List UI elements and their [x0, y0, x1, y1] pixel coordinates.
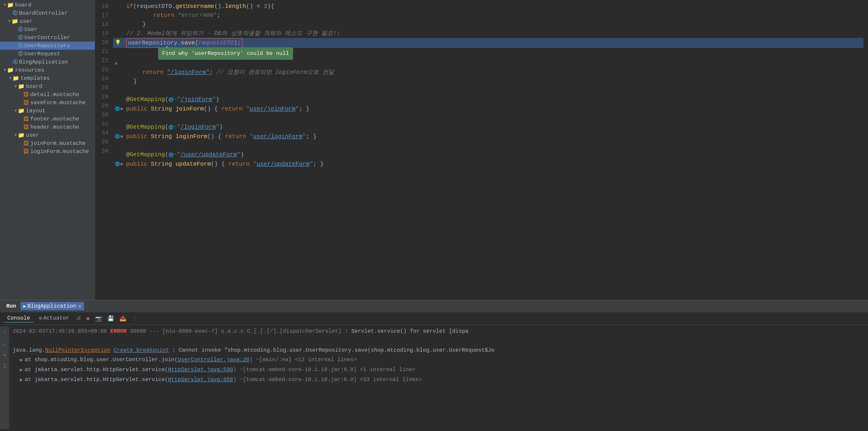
sidebar-item-label: detail.mustache	[30, 92, 79, 98]
chevron-icon: ▼	[14, 133, 17, 137]
null-pointer-exception: NullPointerException	[45, 346, 110, 355]
run-tab[interactable]: Run	[4, 302, 19, 310]
save-button[interactable]: 💾	[105, 314, 116, 322]
code-text: @GetMapping(🌐~"/loginForm")	[126, 123, 223, 132]
sidebar-item-header-mustache[interactable]: 🖼 header.mustache	[0, 123, 95, 131]
sidebar-item-layout[interactable]: ▼ 📁 layout	[0, 107, 95, 115]
app-icon: Ⓐ	[13, 59, 18, 65]
file-icon: 🖼	[24, 148, 29, 155]
bulb-icon[interactable]: 💡	[115, 38, 121, 48]
expand-stack-1[interactable]: ▶	[20, 356, 23, 365]
code-text-boxed: userRepository.save(requestDTO);	[126, 38, 243, 48]
log-line-stack2: ▶ at jakarta.servlet.http.HttpServlet.se…	[9, 365, 868, 375]
close-tab-button[interactable]: ✕	[78, 303, 81, 309]
log-message: : Servlet.service() for servlet [dispa	[345, 327, 468, 336]
sidebar-item-board-sub[interactable]: ▼ 📁 board	[0, 82, 95, 90]
expand-stack-3[interactable]: ▶	[20, 375, 23, 384]
code-text: return "/loginForm"; // 요청이 완료되면 loginFo…	[143, 68, 334, 77]
log-line-stack1: ▶ at shop.mtcoding.blog.user.UserControl…	[9, 355, 868, 365]
file-tree: ▼ 📁 board Ⓒ BoardController ▼ 📁 user Ⓒ U…	[0, 0, 95, 300]
sidebar-item-label: BoardController	[19, 10, 68, 16]
scroll-up-icon[interactable]: ↑	[3, 329, 6, 337]
code-text: public String updateForm() { return "use…	[126, 160, 324, 168]
expand-arrow-icon-2[interactable]: ▶	[121, 132, 123, 141]
stop-button[interactable]: ■	[85, 314, 92, 322]
log-logger: o.a.c.c.C.[.[.[/].[dispatcherServlet]	[221, 327, 342, 336]
stack-link-2[interactable]: HttpServlet.java:590	[168, 366, 233, 374]
class-icon: Ⓒ	[13, 10, 18, 17]
sidebar-item-label: UserRequest	[24, 51, 60, 57]
code-text: public String loginForm() { return "user…	[126, 132, 317, 141]
sidebar-item-user-sub[interactable]: ▼ 📁 user	[0, 131, 95, 139]
code-line-16: if(requestDTO.getUsername().length() < 3…	[113, 2, 864, 11]
chevron-icon: ▼	[8, 19, 11, 24]
sidebar-item-label: user	[20, 18, 33, 24]
sidebar-item-label: board	[15, 2, 31, 8]
refresh-button[interactable]: ↺	[74, 314, 83, 322]
app-tab-label: BlogApplication	[27, 303, 76, 309]
scroll-down-icon[interactable]: ↓	[3, 340, 6, 348]
stack-text-1: at shop.mtcoding.blog.user.UserControlle…	[25, 356, 178, 364]
create-breakpoint-link[interactable]: Create breakpoint	[114, 346, 169, 355]
code-text: return "error/400";	[153, 11, 220, 20]
sidebar-item-label: footer.mustache	[30, 116, 79, 122]
log-line-stack3: ▶ at jakarta.servlet.http.HttpServlet.se…	[9, 375, 868, 385]
code-line-19: // 2. Model에게 위임하기 - DB와 상호작용할 객체와 메소드 구…	[113, 29, 864, 38]
log-level: ERROR	[110, 327, 127, 336]
sidebar-item-label: User	[24, 26, 37, 33]
folder-icon: 📁	[11, 18, 18, 25]
sidebar-item-userrequest[interactable]: Ⓒ UserRequest	[0, 50, 95, 58]
sidebar-item-joinform-mustache[interactable]: 🖼 joinForm.mustache	[0, 139, 95, 147]
app-run-icon: ▶	[23, 303, 26, 309]
sidebar-item-footer-mustache[interactable]: 🖼 footer.mustache	[0, 115, 95, 123]
sidebar-item-board[interactable]: ▼ 📁 board	[0, 1, 95, 9]
folder-icon: 📁	[12, 75, 19, 82]
code-line-36: 🌐 ▶ public String updateForm() { return …	[113, 160, 864, 168]
blog-application-tab[interactable]: ▶ BlogApplication ✕	[21, 302, 84, 310]
folder-icon: 📁	[7, 2, 14, 8]
globe-icon-2: 🌐	[115, 132, 120, 141]
sidebar-item-label: loginForm.mustache	[30, 149, 89, 155]
sidebar-item-templates[interactable]: ▼ 📁 templates	[0, 74, 95, 82]
more-button[interactable]: ⋮	[130, 314, 139, 322]
chevron-icon: ▼	[14, 109, 17, 113]
expand-stack-2[interactable]: ▶	[20, 366, 23, 374]
screenshot-button[interactable]: 📷	[93, 314, 104, 322]
sidebar-item-loginform-mustache[interactable]: 🖼 loginForm.mustache	[0, 147, 95, 155]
sidebar-item-usercontroller[interactable]: Ⓒ UserController	[0, 33, 95, 41]
folder-icon: 📁	[18, 107, 25, 114]
code-line-23: }	[113, 77, 864, 86]
console-tab[interactable]: Console	[4, 314, 34, 322]
sidebar-item-label: UserController	[24, 35, 70, 41]
sidebar-item-detail-mustache[interactable]: 🖼 detail.mustache	[0, 90, 95, 98]
expand-arrow-icon[interactable]: ▶	[121, 104, 123, 114]
wrap-icon[interactable]: ⇌	[3, 351, 6, 360]
log-line-error: 2024-02-03T17:45:20.855+09:00 ERROR 3860…	[9, 327, 868, 336]
sidebar-item-label: user	[26, 132, 39, 138]
sidebar-item-userrepository[interactable]: Ⓒ UserRepository	[0, 41, 95, 50]
folder-icon: 📁	[18, 83, 25, 90]
code-line-30: @GetMapping(🌐~"/loginForm")	[113, 123, 864, 132]
null-tooltip[interactable]: Find why 'userRepository' could be null	[158, 48, 293, 60]
main-container: ▼ 📁 board Ⓒ BoardController ▼ 📁 user Ⓒ U…	[0, 0, 868, 431]
sidebar-item-user-folder[interactable]: ▼ 📁 user	[0, 17, 95, 25]
sidebar-item-boardcontroller[interactable]: Ⓒ BoardController	[0, 9, 95, 17]
stack-link-1[interactable]: UserController.java:20	[178, 356, 249, 364]
file-icon: 🖼	[24, 116, 29, 122]
sidebar-item-resources[interactable]: ▼ 📁 resources	[0, 66, 95, 74]
code-line-17: return "error/400";	[113, 11, 864, 20]
sidebar-item-user-class[interactable]: Ⓒ User	[0, 25, 95, 33]
expand-arrow-icon-3[interactable]: ▶	[121, 160, 123, 168]
sidebar-item-blogapplication[interactable]: Ⓐ BlogApplication	[0, 58, 95, 66]
actuator-tab[interactable]: ⚙ Actuator	[35, 314, 73, 322]
actuator-icon: ⚙	[39, 315, 42, 321]
stack-link-3[interactable]: HttpServlet.java:658	[168, 375, 233, 384]
export-button[interactable]: 📤	[118, 314, 128, 322]
sidebar-item-saveform-mustache[interactable]: 🖼 saveForm.mustache	[0, 98, 95, 107]
code-text: @GetMapping(🌐~"/joinForm")	[126, 95, 219, 104]
line-gutter-21: ▲	[115, 59, 126, 68]
filter-icon[interactable]: ⤵	[3, 362, 6, 371]
code-content: 16 17 18 19 20 21 22 23 24 25 26 29 30 3…	[95, 0, 868, 300]
stack-suffix-2: ) ~[tomcat-embed-core-10.1.18.jar:6.0] <…	[233, 366, 415, 374]
file-icon: 🖼	[24, 124, 29, 130]
